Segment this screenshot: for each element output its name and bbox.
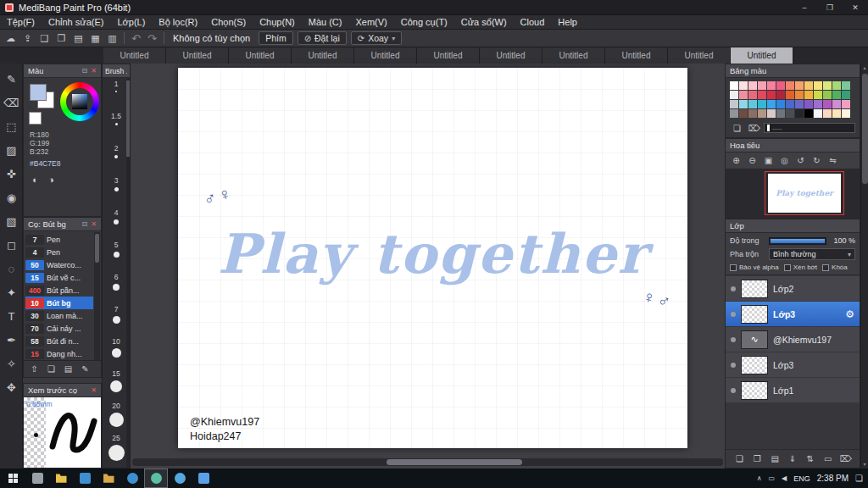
- close-button[interactable]: ✕: [843, 0, 868, 14]
- maximize-button[interactable]: ❐: [817, 0, 843, 14]
- save-icon[interactable]: ⇪: [19, 30, 36, 46]
- add-palette-color-icon[interactable]: ❏: [730, 122, 744, 135]
- palette-swatch[interactable]: [730, 91, 738, 99]
- palette-swatch[interactable]: [748, 100, 757, 108]
- menu-item[interactable]: Chỉnh sửa(E): [42, 15, 110, 30]
- brush-item[interactable]: 4 Pen: [25, 246, 93, 258]
- document-tab[interactable]: Untitled: [229, 47, 292, 64]
- lock-checkbox[interactable]: Khóa: [822, 263, 848, 271]
- palette-swatch[interactable]: [786, 91, 794, 99]
- size-scrollbar[interactable]: [126, 79, 130, 469]
- task-view-icon[interactable]: [25, 469, 49, 488]
- menu-item[interactable]: Bộ lọc(R): [152, 15, 204, 30]
- palette-swatch[interactable]: [730, 100, 738, 108]
- palette-swatch[interactable]: [786, 100, 794, 108]
- scrollbar-thumb[interactable]: [862, 74, 868, 184]
- palette-swatch[interactable]: [804, 100, 813, 108]
- photos-icon[interactable]: [192, 469, 215, 488]
- brush-item[interactable]: 400 Bút pần...: [25, 284, 93, 297]
- layer-row[interactable]: Lớp1: [726, 378, 860, 402]
- layer-row[interactable]: Lớp2: [726, 276, 860, 301]
- speaker-icon[interactable]: ◀: [782, 474, 787, 482]
- palette-swatch[interactable]: [776, 109, 785, 118]
- brush-item[interactable]: 50 Waterco...: [25, 258, 93, 271]
- brush-list-scrollbar[interactable]: [94, 232, 100, 360]
- brush-item[interactable]: 15 Bút vẽ c...: [25, 271, 93, 284]
- new-brush-icon[interactable]: ❏: [44, 363, 58, 375]
- rotate-right-icon[interactable]: ↻: [810, 154, 824, 167]
- eraser-tool-icon[interactable]: ⌫: [0, 91, 23, 114]
- palette-swatch[interactable]: [842, 81, 850, 90]
- palette-swatch[interactable]: [776, 91, 785, 99]
- document-tab[interactable]: Untitled: [542, 47, 605, 64]
- start-button[interactable]: [0, 469, 25, 488]
- eyedropper-tool-icon[interactable]: ✧: [0, 352, 23, 375]
- menu-item[interactable]: Cửa sổ(W): [454, 15, 514, 30]
- select-tool-icon[interactable]: ◻: [0, 233, 23, 257]
- clock[interactable]: 2:38 PM: [817, 474, 849, 483]
- scroll-up-arrow[interactable]: ▴: [861, 64, 868, 71]
- document-tab[interactable]: Untitled: [417, 47, 480, 64]
- palette-swatch[interactable]: [786, 109, 794, 118]
- palette-swatch[interactable]: [804, 81, 813, 90]
- palette-swatch[interactable]: [814, 100, 822, 108]
- edit-brush-icon[interactable]: ✎: [78, 363, 92, 375]
- palette-swatch[interactable]: [758, 81, 766, 90]
- menu-item[interactable]: Màu (C): [302, 15, 349, 30]
- palette-swatch[interactable]: [758, 109, 766, 118]
- navigator-view-rect[interactable]: [765, 171, 844, 215]
- document-tab[interactable]: Untitled: [668, 47, 731, 64]
- key-button[interactable]: Phím: [259, 31, 293, 45]
- hand-tool-icon[interactable]: ✥: [0, 375, 23, 399]
- scrollbar-thumb[interactable]: [95, 234, 99, 263]
- scrollbar-thumb[interactable]: [387, 459, 522, 465]
- palette-color-name-field[interactable]: -----: [764, 123, 855, 133]
- swap-colors-icon[interactable]: ◑: [45, 173, 58, 186]
- palette-swatch[interactable]: [795, 100, 804, 108]
- palette-swatch[interactable]: [776, 81, 785, 90]
- canvas-h-scrollbar[interactable]: [132, 458, 723, 466]
- palette-swatch[interactable]: [804, 109, 813, 118]
- transparent-color-swatch[interactable]: [29, 112, 42, 125]
- brush-item[interactable]: 10 Bút bg: [25, 297, 93, 309]
- palette-swatch[interactable]: [814, 109, 822, 118]
- palette-swatch[interactable]: [748, 91, 757, 99]
- tray-expand-icon[interactable]: ∧: [757, 474, 762, 482]
- palette-swatch[interactable]: [748, 81, 757, 90]
- document-tab[interactable]: Untitled: [480, 47, 542, 64]
- zoom-fit-icon[interactable]: ▣: [761, 154, 776, 167]
- duplicate-layer-icon[interactable]: ❐: [750, 452, 765, 465]
- layer-visibility-dot[interactable]: [731, 312, 736, 317]
- rotate-button[interactable]: ⟳ Xoay ▾: [351, 31, 402, 45]
- medibang-taskbar-icon[interactable]: [144, 469, 168, 488]
- palette-swatch[interactable]: [767, 81, 776, 90]
- color-mode-icon[interactable]: ◐: [29, 173, 42, 186]
- palette-swatch[interactable]: [832, 100, 841, 108]
- menu-item[interactable]: Chụp(N): [253, 15, 302, 30]
- blend-mode-select[interactable]: Bình thường ▾: [769, 248, 855, 260]
- palette-swatch[interactable]: [739, 100, 748, 108]
- layer-visibility-dot[interactable]: [731, 337, 736, 342]
- documents-folder-icon[interactable]: [97, 469, 120, 488]
- magic-wand-tool-icon[interactable]: ✦: [0, 280, 23, 304]
- menu-item[interactable]: Help: [551, 15, 584, 30]
- opacity-slider[interactable]: [769, 237, 826, 245]
- close-panel-icon[interactable]: ✕: [91, 386, 97, 394]
- navigator-preview[interactable]: Play together: [726, 169, 860, 219]
- flip-icon[interactable]: ⇋: [826, 154, 840, 167]
- document-tab[interactable]: Untitled: [166, 47, 229, 64]
- color-wheel-sv-square[interactable]: [72, 94, 87, 109]
- brush-item[interactable]: 7 Pen: [25, 233, 93, 246]
- edge-icon[interactable]: [120, 469, 144, 488]
- palette-swatch[interactable]: [804, 91, 813, 99]
- cloud-icon[interactable]: ☁: [3, 30, 19, 46]
- panel-scrollbar[interactable]: ▴ ▾: [860, 64, 868, 469]
- grid-icon[interactable]: ▦: [87, 30, 103, 46]
- palette-swatch[interactable]: [786, 81, 794, 90]
- document-tab[interactable]: Untitled: [292, 47, 354, 64]
- scrollbar-thumb[interactable]: [126, 80, 130, 157]
- move-tool-icon[interactable]: ✜: [0, 162, 23, 186]
- language-indicator[interactable]: ENG: [793, 474, 810, 483]
- palette-swatch[interactable]: [758, 91, 766, 99]
- layer-visibility-dot[interactable]: [731, 363, 736, 368]
